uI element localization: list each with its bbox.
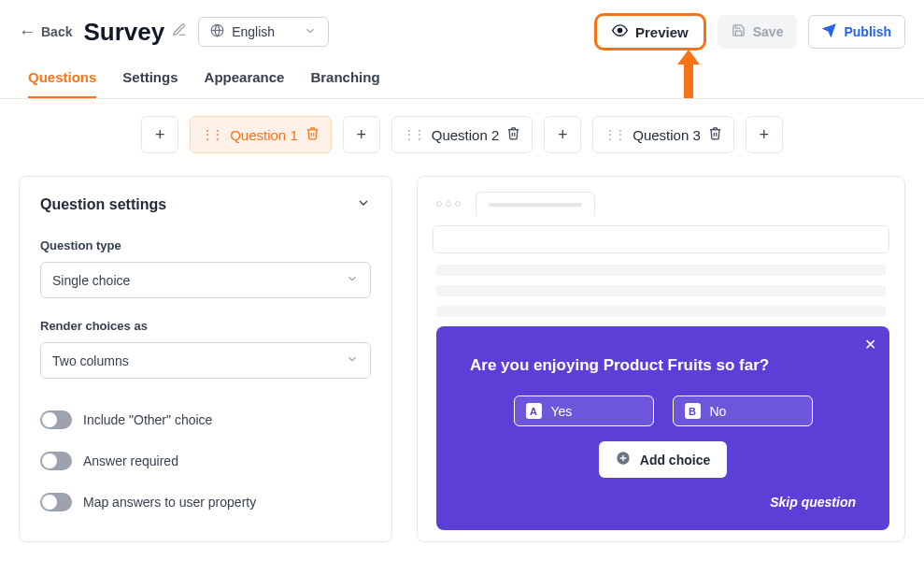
- choice-key-badge: B: [685, 403, 701, 419]
- question-pill-2[interactable]: ⋮⋮ Question 2: [391, 116, 533, 153]
- browser-tab: [476, 192, 595, 216]
- survey-card: ✕ Are you enjoying Product Fruits so far…: [436, 326, 889, 530]
- toggle-other[interactable]: [40, 410, 72, 429]
- header: ← Back Survey English Preview Save Publi…: [0, 0, 924, 58]
- preview-panel: ✕ Are you enjoying Product Fruits so far…: [417, 176, 905, 542]
- add-question-between-1-button[interactable]: +: [343, 116, 380, 153]
- question-pill-label: Question 2: [432, 127, 500, 143]
- render-choices-select[interactable]: Two columns: [40, 342, 371, 379]
- trash-icon[interactable]: [708, 126, 722, 143]
- close-icon[interactable]: ✕: [864, 336, 876, 353]
- grip-icon: ⋮⋮: [202, 128, 222, 141]
- preview-label: Preview: [635, 24, 689, 40]
- question-type-select[interactable]: Single choice: [40, 262, 371, 298]
- chevron-down-icon: [356, 195, 371, 214]
- tabs: Questions Settings Appearance Branching: [0, 58, 924, 99]
- question-pill-3[interactable]: ⋮⋮ Question 3: [592, 116, 734, 153]
- toggle-required-label: Answer required: [83, 453, 178, 468]
- publish-button[interactable]: Publish: [808, 15, 905, 49]
- question-pill-label: Question 3: [633, 127, 701, 143]
- trash-icon[interactable]: [306, 126, 320, 143]
- choice-a-label: Yes: [551, 404, 573, 419]
- edit-icon[interactable]: [172, 22, 187, 41]
- skip-question-link[interactable]: Skip question: [470, 495, 856, 510]
- chevron-down-icon: [304, 24, 317, 40]
- globe-icon: [210, 23, 224, 40]
- language-value: English: [232, 24, 275, 39]
- svg-point-1: [618, 28, 621, 32]
- save-button: Save: [718, 15, 798, 49]
- eye-icon: [612, 22, 628, 41]
- question-pill-1[interactable]: ⋮⋮ Question 1: [190, 116, 332, 153]
- skeleton-line: [436, 265, 886, 276]
- trash-icon[interactable]: [506, 126, 520, 143]
- back-button[interactable]: ← Back: [19, 22, 72, 42]
- publish-label: Publish: [844, 24, 891, 39]
- plus-circle-icon: [616, 451, 631, 468]
- survey-question: Are you enjoying Product Fruits so far?: [470, 356, 856, 375]
- question-pill-label: Question 1: [230, 127, 298, 143]
- arrow-left-icon: ←: [19, 22, 36, 42]
- back-label: Back: [41, 24, 72, 39]
- choice-a[interactable]: A Yes: [514, 396, 654, 426]
- tab-settings[interactable]: Settings: [122, 69, 178, 98]
- save-icon: [732, 23, 746, 40]
- render-choices-label: Render choices as: [40, 319, 371, 333]
- add-question-before-button[interactable]: +: [141, 116, 178, 153]
- page-title: Survey: [83, 18, 164, 47]
- toggle-required[interactable]: [40, 452, 72, 470]
- save-label: Save: [753, 24, 784, 39]
- render-choices-value: Two columns: [52, 353, 129, 368]
- question-type-value: Single choice: [52, 273, 130, 288]
- window-controls-icon: [436, 201, 461, 207]
- question-bar: + ⋮⋮ Question 1 + ⋮⋮ Question 2 + ⋮⋮ Que…: [0, 99, 924, 153]
- browser-address-bar: [433, 225, 889, 253]
- send-icon: [822, 23, 836, 40]
- preview-button[interactable]: Preview: [594, 13, 706, 50]
- toggle-map[interactable]: [40, 493, 72, 511]
- skeleton-line: [436, 306, 886, 317]
- skeleton-line: [436, 285, 886, 296]
- add-choice-button[interactable]: Add choice: [599, 441, 727, 478]
- main: Question settings Question type Single c…: [0, 153, 924, 561]
- choice-b-label: No: [710, 404, 727, 419]
- language-select[interactable]: English: [198, 17, 329, 47]
- panel-header[interactable]: Question settings: [40, 195, 371, 214]
- question-settings-panel: Question settings Question type Single c…: [19, 176, 392, 542]
- toggle-other-row: Include "Other" choice: [40, 399, 371, 440]
- question-type-label: Question type: [40, 238, 371, 252]
- toggle-other-label: Include "Other" choice: [83, 412, 212, 427]
- add-question-after-button[interactable]: +: [746, 116, 783, 153]
- browser-chrome: [429, 188, 893, 225]
- tab-branching[interactable]: Branching: [310, 69, 379, 98]
- chevron-down-icon: [346, 352, 359, 368]
- toggle-map-label: Map answers to user property: [83, 495, 256, 510]
- add-question-between-2-button[interactable]: +: [544, 116, 581, 153]
- panel-title: Question settings: [40, 196, 166, 213]
- toggle-map-row: Map answers to user property: [40, 482, 371, 523]
- grip-icon: ⋮⋮: [604, 128, 625, 141]
- grip-icon: ⋮⋮: [404, 128, 424, 141]
- add-choice-label: Add choice: [640, 453, 710, 468]
- toggle-required-row: Answer required: [40, 440, 371, 482]
- choice-key-badge: A: [526, 403, 542, 419]
- choices: A Yes B No: [470, 396, 856, 426]
- title-wrap: Survey: [83, 18, 187, 47]
- choice-b[interactable]: B No: [673, 396, 813, 426]
- tab-appearance[interactable]: Appearance: [205, 69, 285, 98]
- tab-questions[interactable]: Questions: [28, 69, 96, 98]
- chevron-down-icon: [346, 272, 359, 288]
